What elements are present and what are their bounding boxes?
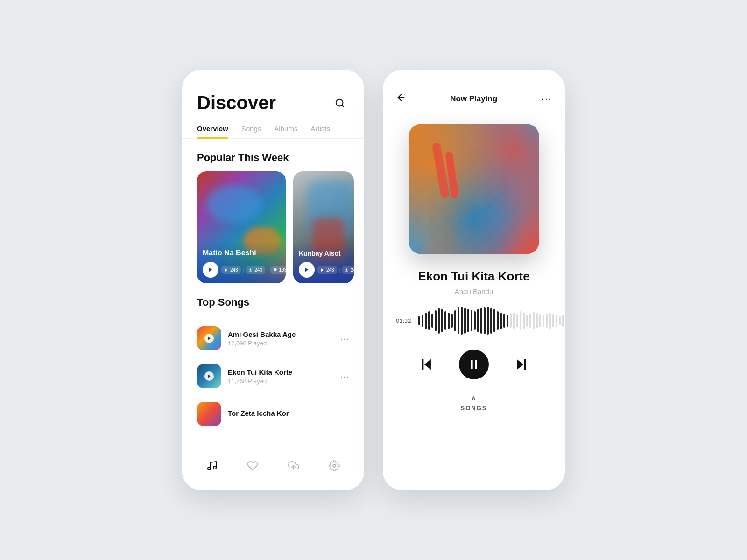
card-stat-heart-1: 193 — [270, 266, 286, 274]
waveform-bar — [497, 311, 499, 330]
waveform-bar — [539, 314, 541, 327]
waveform-bar — [438, 308, 440, 334]
songs-label-text: SONGS — [461, 405, 487, 412]
player-header: Now Playing ··· — [383, 70, 565, 114]
pause-button[interactable] — [459, 350, 489, 379]
back-button[interactable] — [396, 92, 406, 105]
skip-prev-button[interactable] — [416, 354, 437, 375]
more-options-button[interactable]: ··· — [541, 93, 552, 104]
nav-settings[interactable] — [323, 455, 345, 477]
svg-rect-18 — [524, 359, 526, 370]
card-overlay-2: Kunbay Aisot 243 | — [293, 242, 354, 283]
card-name-1: Matio Na Beshi — [203, 249, 280, 257]
top-songs-section-title: Top Songs — [182, 283, 364, 316]
waveform-bar — [556, 315, 557, 327]
card-actions-1: 243 | 243 | 193 — [203, 262, 280, 278]
tab-songs[interactable]: Songs — [241, 125, 261, 138]
waveform-bar — [516, 314, 518, 327]
waveform-bar — [477, 309, 479, 332]
waveform-bar — [444, 311, 446, 330]
card-stat-plays-1: 243 — [221, 266, 241, 274]
tab-bar: Overview Songs Albums Artists — [182, 121, 364, 139]
waveform-bar — [559, 316, 561, 325]
waveform-bar — [487, 307, 489, 335]
svg-marker-7 — [208, 374, 211, 378]
player-screen: Now Playing ··· Ekon Tui Kita Korte Andu… — [383, 70, 565, 490]
music-icon — [206, 460, 218, 471]
waveform-bar — [474, 311, 476, 330]
player-artist: Andu Bandu — [402, 287, 546, 295]
thumb-play-icon-2 — [207, 374, 211, 378]
chevron-up-icon: ∧ — [383, 394, 565, 402]
svg-marker-13 — [424, 359, 431, 370]
song-name-3: Tor Zeta Iccha Kor — [228, 409, 349, 417]
back-arrow-icon — [396, 92, 406, 103]
svg-marker-3 — [225, 268, 227, 272]
song-plays-1: 12,098 Played — [228, 340, 333, 347]
nav-favorites[interactable] — [241, 455, 264, 477]
skip-prev-icon — [418, 357, 434, 372]
song-item-2[interactable]: Ekon Tui Kita Korte 11,768 Played ··· — [197, 357, 349, 395]
thumb-play-1 — [204, 334, 214, 343]
album-art — [409, 124, 539, 254]
album-art-container — [383, 114, 565, 269]
card-stat-download-1: 243 — [246, 266, 265, 274]
cloud-upload-icon — [288, 460, 299, 471]
song-more-btn-2[interactable]: ··· — [340, 371, 349, 382]
card-name-2: Kunbay Aisot — [299, 250, 348, 257]
card-stat-plays-2: 243 — [317, 266, 337, 274]
svg-line-1 — [342, 105, 344, 107]
song-info-1: Ami Gesi Bakka Age 12,098 Played — [228, 330, 333, 347]
song-info-3: Tor Zeta Iccha Kor — [228, 409, 349, 419]
waveform-bar — [523, 313, 525, 329]
waveform-bar — [510, 314, 512, 328]
song-thumb-2 — [197, 364, 221, 388]
song-plays-2: 11,768 Played — [228, 378, 333, 385]
svg-marker-5 — [321, 268, 324, 272]
popular-card-1[interactable]: Matio Na Beshi 243 | — [197, 171, 286, 283]
tab-overview[interactable]: Overview — [197, 125, 228, 138]
card-overlay-1: Matio Na Beshi 243 | — [197, 241, 286, 283]
song-more-btn-1[interactable]: ··· — [340, 333, 349, 344]
waveform-bar — [458, 307, 459, 334]
svg-point-9 — [213, 466, 216, 469]
waveform-bar — [441, 309, 443, 332]
card-stats-1: 243 | 243 | 193 — [221, 266, 286, 274]
heart-icon — [273, 268, 277, 272]
card-stat-download-2: 243 — [342, 266, 354, 274]
popular-section-title: Popular This Week — [182, 139, 364, 171]
waveform-bar — [418, 316, 420, 325]
waveform-bar — [536, 313, 538, 328]
waveform-bar — [552, 314, 554, 327]
tab-artists[interactable]: Artists — [310, 125, 330, 138]
nav-music[interactable] — [201, 455, 223, 477]
popular-card-2[interactable]: Kunbay Aisot 243 | — [293, 171, 354, 283]
waveform-bar — [500, 313, 502, 329]
waveform-bar — [526, 315, 528, 327]
song-item-3[interactable]: Tor Zeta Iccha Kor — [197, 395, 349, 433]
discover-header: Discover — [182, 70, 364, 121]
thumb-play-2 — [204, 371, 214, 381]
waveform-bar — [431, 314, 433, 328]
search-button[interactable] — [331, 94, 349, 112]
card-stats-2: 243 | 243 — [317, 266, 354, 274]
play-count-icon-2 — [320, 268, 324, 272]
nav-upload[interactable] — [282, 455, 305, 477]
waveform-bar — [503, 314, 505, 328]
download-icon — [248, 268, 253, 272]
waveform-bar — [454, 310, 456, 331]
song-item-1[interactable]: Ami Gesi Bakka Age 12,098 Played ··· — [197, 320, 349, 357]
skip-next-button[interactable] — [511, 354, 532, 375]
card-play-btn-1[interactable] — [203, 262, 218, 278]
waveform[interactable] — [418, 307, 565, 335]
player-controls — [383, 350, 565, 394]
waveform-bar — [562, 315, 564, 327]
play-icon — [208, 267, 213, 273]
tab-albums[interactable]: Albums — [274, 125, 297, 138]
waveform-bar — [490, 308, 492, 334]
songs-up-label[interactable]: ∧ SONGS — [383, 394, 565, 427]
svg-marker-4 — [305, 268, 309, 272]
waveform-bar — [461, 307, 463, 335]
songs-list: Ami Gesi Bakka Age 12,098 Played ··· Eko… — [182, 316, 364, 437]
card-play-btn-2[interactable] — [299, 262, 315, 278]
